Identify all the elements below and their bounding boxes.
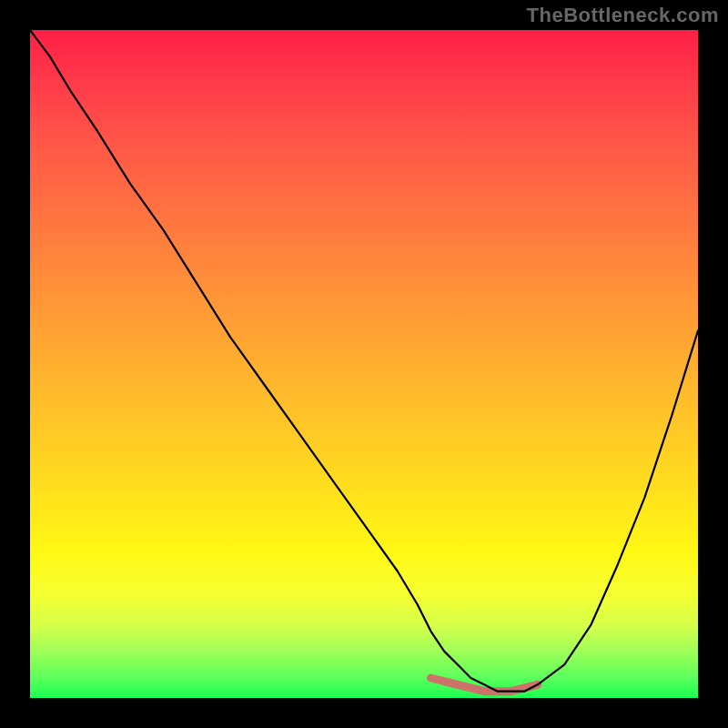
- chart-frame: TheBottleneck.com: [0, 0, 728, 728]
- watermark-label: TheBottleneck.com: [527, 4, 719, 27]
- plot-area: [30, 30, 698, 698]
- curve-svg: [30, 30, 698, 698]
- bottleneck-curve: [30, 30, 698, 692]
